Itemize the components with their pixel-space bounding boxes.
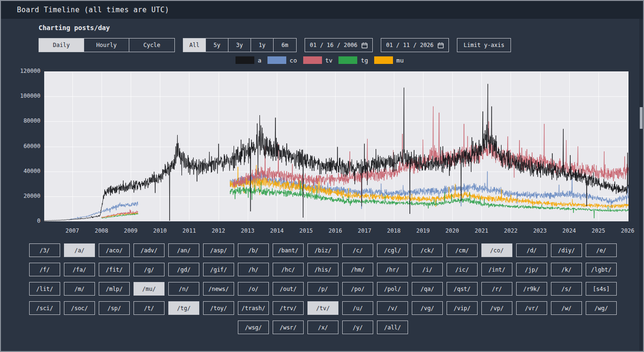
range-option-5y[interactable]: 5y (206, 39, 228, 52)
board-button-/y/[interactable]: /y/ (342, 321, 373, 334)
limit-y-axis-button[interactable]: Limit y-axis (457, 38, 511, 52)
board-button-/trash/[interactable]: /trash/ (238, 301, 269, 315)
board-button-/r/[interactable]: /r/ (481, 282, 512, 296)
legend-item-co[interactable]: co (267, 56, 297, 64)
board-button-/soc/[interactable]: /soc/ (64, 301, 95, 315)
board-button-/b/[interactable]: /b/ (238, 243, 269, 257)
board-button-/d/[interactable]: /d/ (516, 243, 547, 257)
board-button-/p/[interactable]: /p/ (307, 282, 338, 296)
board-button-/an/[interactable]: /an/ (168, 243, 199, 257)
board-button-/hr/[interactable]: /hr/ (377, 263, 408, 276)
legend-item-tv[interactable]: tv (303, 56, 333, 64)
calendar-icon[interactable] (438, 42, 444, 48)
board-button-/cgl/[interactable]: /cgl/ (377, 243, 408, 257)
board-button-/hm/[interactable]: /hm/ (342, 263, 373, 276)
x-axis-label: 2026 (616, 227, 639, 234)
board-button-/s/[interactable]: /s/ (551, 282, 582, 296)
x-axis-label: 2022 (499, 227, 522, 234)
board-button-/int/[interactable]: /int/ (481, 263, 512, 276)
board-button-/po/[interactable]: /po/ (342, 282, 373, 296)
board-button-/all/[interactable]: /all/ (377, 321, 408, 334)
legend-item-a[interactable]: a (236, 56, 261, 64)
board-button-/his/[interactable]: /his/ (307, 263, 338, 276)
board-button-/wsg/[interactable]: /wsg/ (238, 321, 269, 334)
x-axis-label: 2017 (353, 227, 376, 234)
range-option-3y[interactable]: 3y (228, 39, 251, 52)
board-button-/biz/[interactable]: /biz/ (307, 243, 338, 257)
board-button-/jp/[interactable]: /jp/ (516, 263, 547, 276)
board-button-/tv/[interactable]: /tv/ (307, 301, 338, 315)
legend-item-mu[interactable]: mu (374, 56, 404, 64)
board-button-/tg/[interactable]: /tg/ (168, 301, 199, 315)
board-button-/mlp/[interactable]: /mlp/ (99, 282, 130, 296)
date-to-input[interactable]: 01 / 11 / 2026 (381, 38, 449, 52)
board-button-/vr/[interactable]: /vr/ (516, 301, 547, 315)
board-button-/hc/[interactable]: /hc/ (273, 263, 304, 276)
board-button-/lit/[interactable]: /lit/ (29, 282, 60, 296)
board-button-/adv/[interactable]: /adv/ (134, 243, 165, 257)
board-button-/v/[interactable]: /v/ (377, 301, 408, 315)
range-option-6m[interactable]: 6m (274, 39, 296, 52)
range-option-1y[interactable]: 1y (251, 39, 274, 52)
board-button-/ck/[interactable]: /ck/ (412, 243, 443, 257)
board-button-/wg/[interactable]: /wg/ (586, 301, 617, 315)
board-button-/f/[interactable]: /f/ (29, 263, 60, 276)
board-button-/news/[interactable]: /news/ (203, 282, 234, 296)
board-button-/r9k/[interactable]: /r9k/ (516, 282, 547, 296)
board-button-/trv/[interactable]: /trv/ (273, 301, 304, 315)
board-button-/vip/[interactable]: /vip/ (447, 301, 478, 315)
board-button-/i/[interactable]: /i/ (412, 263, 443, 276)
granularity-option-daily[interactable]: Daily (39, 39, 84, 52)
board-button-/toy/[interactable]: /toy/ (203, 301, 234, 315)
board-button-/x/[interactable]: /x/ (307, 321, 338, 334)
board-button-/aco/[interactable]: /aco/ (99, 243, 130, 257)
legend-item-tg[interactable]: tg (338, 56, 368, 64)
board-button-/mu/[interactable]: /mu/ (134, 282, 165, 296)
board-button-/bant/[interactable]: /bant/ (273, 243, 304, 257)
board-button-/out/[interactable]: /out/ (273, 282, 304, 296)
board-button-/ic/[interactable]: /ic/ (447, 263, 478, 276)
board-button-/fa/[interactable]: /fa/ (64, 263, 95, 276)
board-button-/3/[interactable]: /3/ (29, 243, 60, 257)
granularity-option-cycle[interactable]: Cycle (129, 39, 174, 52)
board-button-/a/[interactable]: /a/ (64, 243, 95, 257)
board-button-/qst/[interactable]: /qst/ (447, 282, 478, 296)
board-button-/cm/[interactable]: /cm/ (447, 243, 478, 257)
board-button-/fit/[interactable]: /fit/ (99, 263, 130, 276)
timeline-chart-canvas[interactable] (44, 71, 628, 221)
scrollbar-thumb[interactable] (640, 107, 643, 129)
board-button-/gd/[interactable]: /gd/ (168, 263, 199, 276)
board-button-/asp/[interactable]: /asp/ (203, 243, 234, 257)
board-button-/c/[interactable]: /c/ (342, 243, 373, 257)
board-button-/vp/[interactable]: /vp/ (481, 301, 512, 315)
board-button-/vg/[interactable]: /vg/ (412, 301, 443, 315)
board-button-/w/[interactable]: /w/ (551, 301, 582, 315)
board-button-/wsr/[interactable]: /wsr/ (273, 321, 304, 334)
board-button-/g/[interactable]: /g/ (134, 263, 165, 276)
board-button-/e/[interactable]: /e/ (586, 243, 617, 257)
board-button-/pol/[interactable]: /pol/ (377, 282, 408, 296)
board-button-/gif/[interactable]: /gif/ (203, 263, 234, 276)
scrollbar-track[interactable] (639, 19, 643, 351)
board-button-/sci/[interactable]: /sci/ (29, 301, 60, 315)
board-button-/h/[interactable]: /h/ (238, 263, 269, 276)
board-button-/k/[interactable]: /k/ (551, 263, 582, 276)
board-button-/diy/[interactable]: /diy/ (551, 243, 582, 257)
board-button-/co/[interactable]: /co/ (481, 243, 512, 257)
x-axis-label: 2018 (383, 227, 405, 234)
board-button-/m/[interactable]: /m/ (64, 282, 95, 296)
granularity-option-hourly[interactable]: Hourly (84, 39, 129, 52)
range-option-all[interactable]: All (183, 39, 206, 52)
board-button-/t/[interactable]: /t/ (134, 301, 165, 315)
board-button-/lgbt/[interactable]: /lgbt/ (586, 263, 617, 276)
board-button-/n/[interactable]: /n/ (168, 282, 199, 296)
board-button-/u/[interactable]: /u/ (342, 301, 373, 315)
y-axis-label: 20000 (1, 193, 40, 199)
board-button-/sp/[interactable]: /sp/ (99, 301, 130, 315)
x-axis-label: 2025 (587, 227, 610, 234)
board-button-/qa/[interactable]: /qa/ (412, 282, 443, 296)
date-from-input[interactable]: 01 / 16 / 2006 (305, 38, 373, 52)
calendar-icon[interactable] (361, 42, 368, 48)
board-button-/o/[interactable]: /o/ (238, 282, 269, 296)
board-button-[s4s][interactable]: [s4s] (586, 282, 617, 296)
